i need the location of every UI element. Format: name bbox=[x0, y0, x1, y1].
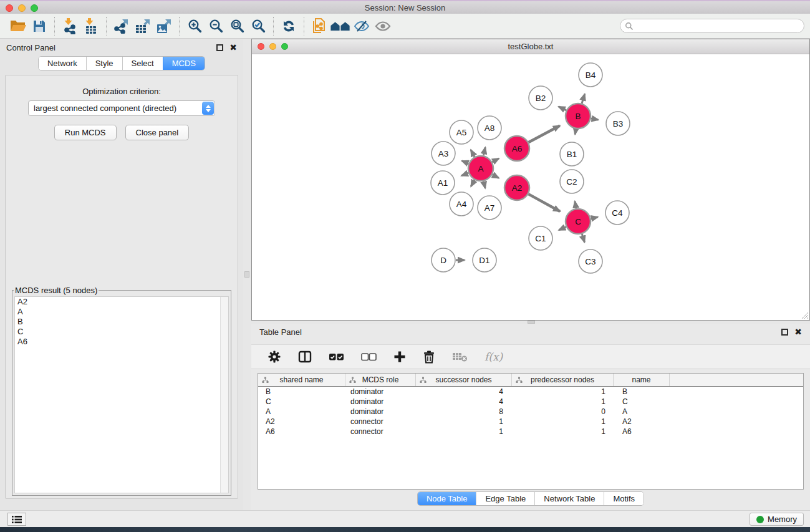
search-field[interactable] bbox=[620, 19, 804, 33]
graph-node-B3[interactable]: B3 bbox=[606, 112, 630, 135]
zoom-window-button[interactable] bbox=[31, 4, 38, 12]
graph-node-A6[interactable]: A6 bbox=[504, 136, 529, 161]
graph-edge-B-B3[interactable] bbox=[591, 118, 599, 120]
graph-edge-B-B1[interactable] bbox=[575, 129, 576, 135]
show-hide-graphics-button[interactable] bbox=[351, 16, 372, 36]
graph-edge-C-C1[interactable] bbox=[559, 227, 566, 230]
graph-node-A5[interactable]: A5 bbox=[450, 120, 473, 144]
graph-edge-A-A3[interactable] bbox=[462, 161, 469, 163]
memory-button[interactable]: Memory bbox=[750, 513, 804, 526]
graph-node-B4[interactable]: B4 bbox=[579, 63, 602, 87]
import-table-button[interactable] bbox=[80, 16, 102, 36]
home-view-button[interactable] bbox=[330, 16, 351, 36]
tab-motifs[interactable]: Motifs bbox=[604, 492, 644, 505]
graph-node-C4[interactable]: C4 bbox=[605, 201, 629, 225]
graph-node-D[interactable]: D bbox=[432, 248, 455, 272]
table-row-a[interactable]: Adominator80A bbox=[258, 407, 803, 417]
export-table-button[interactable] bbox=[132, 16, 153, 36]
column-header-shared-name[interactable]: shared name bbox=[258, 374, 345, 386]
export-network-button[interactable] bbox=[111, 16, 132, 36]
graph-node-B[interactable]: B bbox=[566, 104, 591, 128]
graph-node-C[interactable]: C bbox=[566, 209, 591, 234]
splitter-handle[interactable] bbox=[244, 271, 249, 278]
table-row-a6[interactable]: A6connector11A6 bbox=[258, 427, 803, 437]
tab-select[interactable]: Select bbox=[122, 57, 163, 70]
table-row-b[interactable]: Bdominator41B bbox=[258, 387, 803, 397]
tab-network-table[interactable]: Network Table bbox=[534, 492, 604, 505]
tab-style[interactable]: Style bbox=[86, 57, 122, 70]
close-panel-icon[interactable]: ✖ bbox=[794, 329, 802, 336]
zoom-fit-button[interactable] bbox=[226, 16, 248, 36]
graph-edge-A2-C[interactable] bbox=[528, 194, 560, 211]
toggle-bird-eye-button[interactable] bbox=[372, 16, 393, 36]
table-settings-button[interactable] bbox=[268, 350, 281, 364]
tab-node-table[interactable]: Node Table bbox=[418, 492, 476, 505]
run-mcds-button[interactable]: Run MCDS bbox=[54, 125, 117, 140]
column-header-name[interactable]: name bbox=[614, 374, 670, 386]
graph-node-D1[interactable]: D1 bbox=[473, 248, 496, 272]
unselect-all-columns-button[interactable] bbox=[361, 353, 377, 361]
close-panel-button[interactable]: Close panel bbox=[125, 125, 190, 140]
select-all-columns-button[interactable] bbox=[329, 353, 344, 361]
table-row-a2[interactable]: A2connector11A2 bbox=[258, 417, 803, 427]
tab-edge-table[interactable]: Edge Table bbox=[476, 492, 534, 505]
show-networks-list-button[interactable] bbox=[7, 513, 26, 526]
delete-table-button[interactable] bbox=[452, 351, 468, 362]
graph-edge-A-A5[interactable] bbox=[471, 150, 475, 157]
new-session-button[interactable] bbox=[309, 16, 330, 36]
import-network-button[interactable] bbox=[59, 16, 80, 36]
zoom-out-button[interactable] bbox=[205, 16, 226, 36]
split-panel-button[interactable] bbox=[298, 351, 312, 363]
create-column-button[interactable] bbox=[393, 351, 406, 363]
graph-edge-A-A8[interactable] bbox=[483, 147, 485, 155]
float-panel-icon[interactable] bbox=[216, 44, 223, 51]
graph-node-A7[interactable]: A7 bbox=[478, 196, 501, 220]
tab-mcds[interactable]: MCDS bbox=[163, 57, 205, 70]
graph-edge-A-A7[interactable] bbox=[484, 181, 486, 188]
graph-node-B1[interactable]: B1 bbox=[560, 142, 584, 166]
minimize-network-button[interactable] bbox=[269, 43, 276, 50]
graph-edge-A-A4[interactable] bbox=[471, 180, 475, 186]
open-session-button[interactable] bbox=[7, 16, 29, 36]
graph-node-A1[interactable]: A1 bbox=[431, 171, 455, 195]
graph-node-B2[interactable]: B2 bbox=[529, 86, 552, 110]
result-item-a6[interactable]: A6 bbox=[15, 337, 228, 347]
graph-node-A3[interactable]: A3 bbox=[432, 142, 455, 165]
network-canvas[interactable]: B4B2BB3A8A5A6A3B1AA1C2A2A4A7C4CC1C3DD1 bbox=[252, 55, 809, 320]
search-input[interactable] bbox=[634, 21, 804, 32]
column-header-successor-nodes[interactable]: successor nodes bbox=[416, 374, 512, 386]
export-image-button[interactable] bbox=[153, 16, 175, 36]
save-session-button[interactable] bbox=[29, 16, 50, 36]
graph-node-A[interactable]: A bbox=[468, 156, 493, 181]
graph-edge-C-C2[interactable] bbox=[575, 201, 576, 209]
close-window-button[interactable] bbox=[6, 4, 13, 12]
optimization-criterion-select[interactable]: largest connected component (directed) bbox=[28, 100, 215, 116]
function-builder-button[interactable]: f(x) bbox=[485, 351, 503, 363]
minimize-window-button[interactable] bbox=[18, 4, 26, 12]
tab-network[interactable]: Network bbox=[39, 57, 86, 70]
graph-node-A2[interactable]: A2 bbox=[504, 175, 529, 200]
graph-node-C3[interactable]: C3 bbox=[579, 249, 602, 273]
result-item-a[interactable]: A bbox=[15, 307, 228, 317]
graph-edge-B-B4[interactable] bbox=[582, 94, 585, 104]
graph-edge-A-A6[interactable] bbox=[492, 158, 499, 162]
table-row-c[interactable]: Cdominator41C bbox=[258, 397, 803, 407]
graph-edge-A-A2[interactable] bbox=[493, 175, 499, 178]
graph-node-A4[interactable]: A4 bbox=[450, 192, 473, 216]
resize-grip-icon[interactable] bbox=[801, 311, 809, 319]
result-scrollbar[interactable] bbox=[220, 297, 228, 493]
result-item-a2[interactable]: A2 bbox=[15, 297, 228, 307]
graph-edge-A-A1[interactable] bbox=[461, 173, 468, 175]
zoom-network-button[interactable] bbox=[281, 43, 288, 50]
graph-edge-B-B2[interactable] bbox=[559, 107, 566, 110]
close-panel-icon[interactable]: ✖ bbox=[229, 44, 237, 51]
float-panel-icon[interactable] bbox=[781, 329, 788, 336]
graph-node-C1[interactable]: C1 bbox=[529, 226, 552, 250]
graph-edge-A6-B[interactable] bbox=[529, 125, 560, 142]
graph-node-C2[interactable]: C2 bbox=[560, 170, 584, 193]
graph-edge-C-C4[interactable] bbox=[591, 217, 597, 219]
vertical-splitter[interactable] bbox=[243, 39, 251, 510]
result-item-b[interactable]: B bbox=[15, 317, 228, 327]
graph-edge-C-C3[interactable] bbox=[582, 234, 584, 242]
column-header-predecessor-nodes[interactable]: predecessor nodes bbox=[512, 374, 614, 386]
